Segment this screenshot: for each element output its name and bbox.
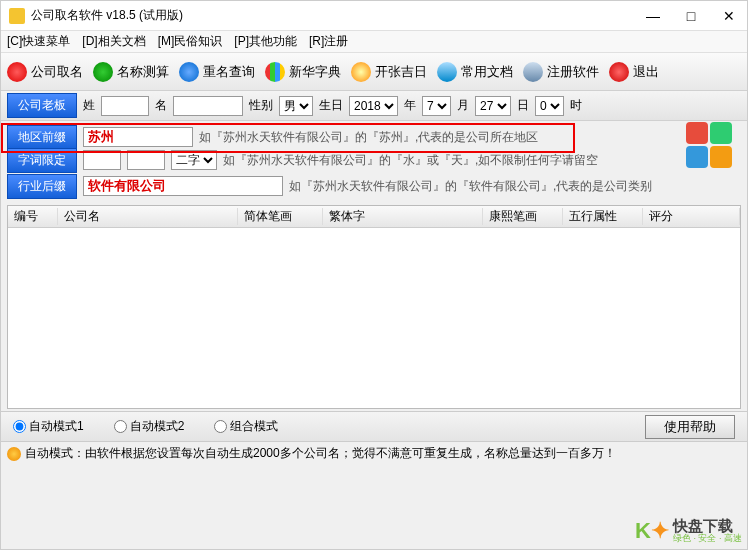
wordlimit-tab[interactable]: 字词限定 xyxy=(7,148,77,173)
tb-dup-query[interactable]: 重名查询 xyxy=(179,62,255,82)
app-icon xyxy=(9,8,25,24)
boss-form-row: 公司老板 姓 名 性别 男 生日 2018 年 7 月 27 日 0 时 xyxy=(1,91,747,121)
day-select[interactable]: 27 xyxy=(475,96,511,116)
minimize-button[interactable]: — xyxy=(643,8,663,24)
maximize-button[interactable]: □ xyxy=(681,8,701,24)
hour-select[interactable]: 0 xyxy=(535,96,564,116)
wordlimit-select[interactable]: 二字 xyxy=(171,150,217,170)
watermark: K✦ 快盘下载 绿色 · 安全 · 高速 xyxy=(635,518,742,544)
monitor-icon xyxy=(523,62,543,82)
col-simplified[interactable]: 简体笔画 xyxy=(238,208,323,225)
menu-docs[interactable]: [D]相关文档 xyxy=(82,33,145,50)
gender-label: 性别 xyxy=(249,97,273,114)
mode-combo[interactable]: 组合模式 xyxy=(214,418,278,435)
col-wuxing[interactable]: 五行属性 xyxy=(563,208,643,225)
heart-icon xyxy=(7,62,27,82)
sun-icon xyxy=(351,62,371,82)
tb-register[interactable]: 注册软件 xyxy=(523,62,599,82)
boss-tab[interactable]: 公司老板 xyxy=(7,93,77,118)
tb-dictionary[interactable]: 新华字典 xyxy=(265,62,341,82)
statusbar: 自动模式：由软件根据您设置每次自动生成2000多个公司名；觉得不满意可重复生成，… xyxy=(1,441,747,465)
month-select[interactable]: 7 xyxy=(422,96,451,116)
mode-auto2[interactable]: 自动模式2 xyxy=(114,418,185,435)
table-header: 编号 公司名 简体笔画 繁体字 康熙笔画 五行属性 评分 xyxy=(8,206,740,228)
region-tab[interactable]: 地区前缀 xyxy=(7,125,77,150)
surname-input[interactable] xyxy=(101,96,149,116)
toolbar: 公司取名 名称测算 重名查询 新华字典 开张吉日 常用文档 注册软件 退出 xyxy=(1,53,747,91)
year-select[interactable]: 2018 xyxy=(349,96,398,116)
given-label: 名 xyxy=(155,97,167,114)
config-area: 地区前缀 如『苏州水天软件有限公司』的『苏州』,代表的是公司所在地区 字词限定 … xyxy=(1,121,747,203)
col-traditional[interactable]: 繁体字 xyxy=(323,208,483,225)
office-badge xyxy=(680,122,740,172)
flag-icon xyxy=(265,62,285,82)
tb-open-date[interactable]: 开张吉日 xyxy=(351,62,427,82)
menu-quick[interactable]: [C]快速菜单 xyxy=(7,33,70,50)
industry-tab[interactable]: 行业后缀 xyxy=(7,174,77,199)
industry-input[interactable] xyxy=(83,176,283,196)
birth-label: 生日 xyxy=(319,97,343,114)
arrow-icon xyxy=(93,62,113,82)
help-button[interactable]: 使用帮助 xyxy=(645,415,735,439)
menu-register[interactable]: [R]注册 xyxy=(309,33,348,50)
tb-common-docs[interactable]: 常用文档 xyxy=(437,62,513,82)
results-table[interactable]: 编号 公司名 简体笔画 繁体字 康熙笔画 五行属性 评分 xyxy=(7,205,741,409)
wordlimit-input-2[interactable] xyxy=(127,150,165,170)
mode-row: 自动模式1 自动模式2 组合模式 使用帮助 xyxy=(1,411,747,441)
x-icon xyxy=(609,62,629,82)
wordlimit-input-1[interactable] xyxy=(83,150,121,170)
given-input[interactable] xyxy=(173,96,243,116)
bulb-icon xyxy=(7,447,21,461)
mode-auto1[interactable]: 自动模式1 xyxy=(13,418,84,435)
doc-icon xyxy=(437,62,457,82)
surname-label: 姓 xyxy=(83,97,95,114)
close-button[interactable]: ✕ xyxy=(719,8,739,24)
menu-folk[interactable]: [M]民俗知识 xyxy=(158,33,223,50)
region-input[interactable] xyxy=(83,127,193,147)
menu-other[interactable]: [P]其他功能 xyxy=(234,33,297,50)
industry-hint: 如『苏州水天软件有限公司』的『软件有限公司』,代表的是公司类别 xyxy=(289,178,652,195)
region-hint: 如『苏州水天软件有限公司』的『苏州』,代表的是公司所在地区 xyxy=(199,129,538,146)
status-text: 自动模式：由软件根据您设置每次自动生成2000多个公司名；觉得不满意可重复生成，… xyxy=(25,445,616,462)
col-score[interactable]: 评分 xyxy=(643,208,740,225)
wordlimit-hint: 如『苏州水天软件有限公司』的『水』或『天』,如不限制任何字请留空 xyxy=(223,152,598,169)
col-id[interactable]: 编号 xyxy=(8,208,58,225)
window-title: 公司取名软件 v18.5 (试用版) xyxy=(31,7,643,24)
question-icon xyxy=(179,62,199,82)
tb-exit[interactable]: 退出 xyxy=(609,62,659,82)
tb-name-calc[interactable]: 名称测算 xyxy=(93,62,169,82)
col-company[interactable]: 公司名 xyxy=(58,208,238,225)
tb-company-name[interactable]: 公司取名 xyxy=(7,62,83,82)
gender-select[interactable]: 男 xyxy=(279,96,313,116)
col-kangxi[interactable]: 康熙笔画 xyxy=(483,208,563,225)
titlebar: 公司取名软件 v18.5 (试用版) — □ ✕ xyxy=(1,1,747,31)
menubar: [C]快速菜单 [D]相关文档 [M]民俗知识 [P]其他功能 [R]注册 xyxy=(1,31,747,53)
